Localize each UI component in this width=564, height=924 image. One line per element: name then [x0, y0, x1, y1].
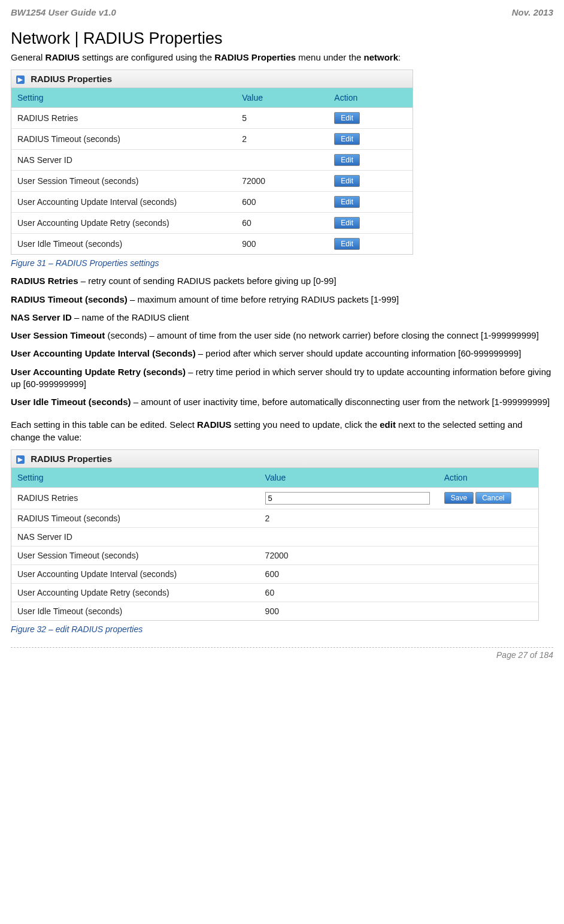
definition-desc: – period after which server should updat…: [196, 348, 521, 358]
value-cell: 900: [259, 602, 438, 620]
figure-caption-32: Figure 32 – edit RADIUS properties: [11, 624, 553, 634]
col-setting: Setting: [11, 468, 259, 488]
definition-desc: – maximum amount of time before retrying…: [128, 294, 399, 304]
value-cell: [259, 487, 438, 509]
definition-term: User Accounting Update Retry (seconds): [11, 367, 186, 377]
definition-desc: (seconds) – amount of time from the user…: [105, 330, 539, 340]
value-cell: 60: [259, 583, 438, 602]
settings-table-view: Setting Value Action RADIUS Retries5Edit…: [11, 88, 413, 254]
table-row: User Idle Timeout (seconds)900Edit: [11, 234, 413, 255]
panel-title: RADIUS Properties: [31, 74, 112, 84]
value-cell: 2: [259, 509, 438, 527]
panel-title: RADIUS Properties: [31, 454, 112, 464]
edit-button[interactable]: Edit: [334, 217, 360, 229]
setting-cell: RADIUS Timeout (seconds): [11, 129, 236, 150]
page-title: Network | RADIUS Properties: [11, 29, 553, 48]
value-cell: 2: [236, 129, 328, 150]
definition-term: RADIUS Timeout (seconds): [11, 294, 128, 304]
definition-term: RADIUS Retries: [11, 276, 78, 286]
setting-cell: User Accounting Update Retry (seconds): [11, 583, 259, 602]
definition-item: RADIUS Timeout (seconds) – maximum amoun…: [11, 294, 553, 306]
col-value: Value: [259, 468, 438, 488]
action-cell: [438, 509, 538, 527]
intro-paragraph: General RADIUS settings are configured u…: [11, 52, 553, 64]
definition-term: User Accounting Update Interval (Seconds…: [11, 348, 196, 358]
value-cell: [259, 527, 438, 546]
setting-cell: RADIUS Retries: [11, 108, 236, 129]
value-cell: 60: [236, 213, 328, 234]
value-cell: 900: [236, 234, 328, 255]
action-cell: Edit: [328, 234, 413, 255]
table-row: NAS Server ID: [11, 527, 538, 546]
action-cell: SaveCancel: [438, 487, 538, 509]
action-cell: [438, 527, 538, 546]
page-footer: Page 27 of 184: [11, 647, 553, 660]
action-cell: Edit: [328, 192, 413, 213]
edit-button[interactable]: Edit: [334, 154, 360, 166]
action-cell: [438, 546, 538, 564]
definition-term: NAS Server ID: [11, 312, 72, 322]
definition-desc: – amount of user inactivity time, before…: [131, 397, 550, 407]
doc-date-right: Nov. 2013: [512, 7, 553, 17]
action-cell: Edit: [328, 108, 413, 129]
settings-table-edit: Setting Value Action RADIUS RetriesSaveC…: [11, 468, 538, 620]
setting-cell: User Accounting Update Interval (seconds…: [11, 564, 259, 583]
value-cell: 72000: [236, 171, 328, 192]
definition-item: User Session Timeout (seconds) – amount …: [11, 330, 553, 342]
value-cell: 5: [236, 108, 328, 129]
col-value: Value: [236, 88, 328, 108]
action-cell: [438, 583, 538, 602]
value-cell: 600: [236, 192, 328, 213]
table-row: User Accounting Update Retry (seconds)60…: [11, 213, 413, 234]
definitions-block: RADIUS Retries – retry count of sending …: [11, 275, 553, 408]
arrow-right-icon: ▶: [16, 76, 25, 84]
col-action: Action: [438, 468, 538, 488]
radius-properties-panel-view: ▶ RADIUS Properties Setting Value Action…: [11, 70, 413, 255]
save-button[interactable]: Save: [444, 492, 474, 504]
table-row: RADIUS RetriesSaveCancel: [11, 487, 538, 509]
page-number: Page 27 of 184: [496, 650, 553, 660]
radius-properties-panel-edit: ▶ RADIUS Properties Setting Value Action…: [11, 449, 539, 621]
table-row: RADIUS Timeout (seconds)2Edit: [11, 129, 413, 150]
doc-title-left: BW1254 User Guide v1.0: [11, 7, 116, 17]
edit-instructions: Each setting in this table can be edited…: [11, 419, 553, 443]
definition-item: NAS Server ID – name of the RADIUS clien…: [11, 312, 553, 324]
setting-cell: User Idle Timeout (seconds): [11, 234, 236, 255]
action-cell: Edit: [328, 150, 413, 171]
panel-header: ▶ RADIUS Properties: [11, 450, 538, 468]
setting-cell: User Accounting Update Retry (seconds): [11, 213, 236, 234]
definition-item: User Accounting Update Retry (seconds) –…: [11, 366, 553, 391]
cancel-button[interactable]: Cancel: [475, 492, 511, 504]
definition-term: User Idle Timeout (seconds): [11, 397, 131, 407]
setting-cell: User Session Timeout (seconds): [11, 546, 259, 564]
action-cell: Edit: [328, 213, 413, 234]
col-setting: Setting: [11, 88, 236, 108]
setting-cell: User Session Timeout (seconds): [11, 171, 236, 192]
definition-item: User Accounting Update Interval (Seconds…: [11, 348, 553, 360]
table-row: RADIUS Retries5Edit: [11, 108, 413, 129]
arrow-right-icon: ▶: [16, 455, 25, 464]
table-row: User Session Timeout (seconds)72000Edit: [11, 171, 413, 192]
edit-button[interactable]: Edit: [334, 175, 360, 187]
action-cell: [438, 602, 538, 620]
setting-cell: NAS Server ID: [11, 150, 236, 171]
col-action: Action: [328, 88, 413, 108]
figure-caption-31: Figure 31 – RADIUS Properties settings: [11, 258, 553, 268]
definition-item: User Idle Timeout (seconds) – amount of …: [11, 396, 553, 408]
setting-cell: NAS Server ID: [11, 527, 259, 546]
table-row: User Accounting Update Retry (seconds)60: [11, 583, 538, 602]
setting-cell: User Accounting Update Interval (seconds…: [11, 192, 236, 213]
doc-header: BW1254 User Guide v1.0 Nov. 2013: [11, 7, 553, 17]
edit-button[interactable]: Edit: [334, 196, 360, 208]
edit-button[interactable]: Edit: [334, 112, 360, 124]
edit-button[interactable]: Edit: [334, 133, 360, 145]
value-cell: 72000: [259, 546, 438, 564]
table-row: NAS Server IDEdit: [11, 150, 413, 171]
edit-button[interactable]: Edit: [334, 238, 360, 250]
table-row: User Session Timeout (seconds)72000: [11, 546, 538, 564]
definition-term: User Session Timeout: [11, 330, 105, 340]
value-cell: [236, 150, 328, 171]
definition-desc: – retry count of sending RADIUS packets …: [78, 276, 336, 286]
setting-cell: RADIUS Retries: [11, 487, 259, 509]
value-input[interactable]: [265, 492, 430, 505]
